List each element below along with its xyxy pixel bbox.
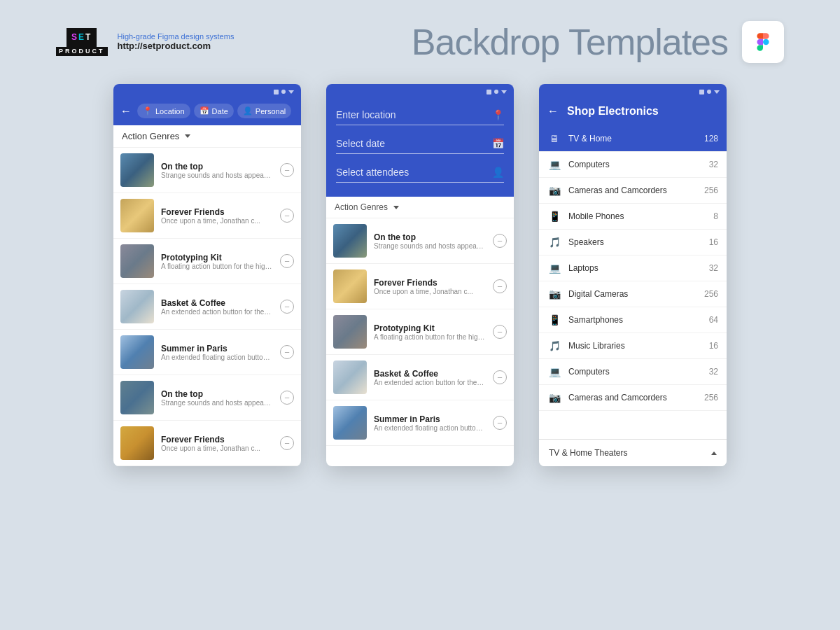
- phone2-filter[interactable]: Action Genres: [326, 197, 514, 218]
- page-title: Backdrop Templates: [412, 21, 728, 63]
- phone1-list: On the top Strange sounds and hosts appe…: [113, 148, 301, 466]
- status-icon-2: [494, 90, 498, 94]
- phone1-nav: ← 📍 Location 📅 Date 👤 Personal: [113, 99, 301, 125]
- cat-count: 32: [709, 160, 718, 169]
- item-info: On the top Strange sounds and hosts appe…: [161, 162, 273, 179]
- filter-label: Action Genres: [335, 202, 388, 212]
- remove-button[interactable]: −: [493, 416, 507, 430]
- item-title: Prototyping Kit: [161, 253, 273, 262]
- back-button-3[interactable]: ←: [547, 105, 559, 118]
- computer-icon: 💻: [547, 159, 561, 170]
- category-item-phones[interactable]: 📱 Mobile Phones 8: [539, 204, 727, 230]
- item-info: On the top Strange sounds and hosts appe…: [374, 232, 486, 250]
- item-thumb: [333, 315, 367, 349]
- nav-tab-personal[interactable]: 👤 Personal: [237, 104, 291, 118]
- remove-button[interactable]: −: [280, 254, 294, 268]
- cat-label: Cameras and Camcorders: [568, 393, 697, 402]
- item-desc: An extended action button for the highes…: [374, 379, 486, 386]
- cat-label: Mobile Phones: [568, 211, 706, 221]
- cat-label: TV & Home: [568, 134, 697, 144]
- nav-tab-date[interactable]: 📅 Date: [194, 104, 234, 118]
- filter-arrow-icon: [185, 134, 190, 138]
- category-item-speakers[interactable]: 🎵 Speakers 16: [539, 230, 727, 255]
- status-icon-2: [281, 90, 286, 94]
- item-title: On the top: [374, 232, 486, 242]
- item-info: Basket & Coffee An extended action butto…: [374, 369, 486, 386]
- brand-text: High-grade Figma design systems http://s…: [118, 32, 234, 51]
- phone3-footer[interactable]: TV & Home Theaters: [539, 439, 727, 466]
- category-item-digital-cameras[interactable]: 📷 Digital Cameras 256: [539, 281, 727, 307]
- location-field[interactable]: 📍: [336, 105, 504, 125]
- list-item[interactable]: On the top Strange sounds and hosts appe…: [113, 148, 301, 193]
- item-title: On the top: [161, 389, 273, 399]
- nav-tab-location[interactable]: 📍 Location: [137, 104, 190, 118]
- category-item-cameras[interactable]: 📷 Cameras and Camcorders 256: [539, 178, 727, 204]
- list-item[interactable]: Summer in Paris An extended floating act…: [326, 400, 514, 446]
- filter-label: Action Genres: [122, 131, 179, 141]
- item-title: Summer in Paris: [374, 414, 486, 424]
- item-desc: An extended floating action button for e…: [374, 424, 486, 432]
- cat-count: 256: [704, 393, 718, 402]
- person-icon: 👤: [492, 167, 504, 178]
- status-icon-3: [501, 90, 507, 94]
- status-icon-1: [486, 90, 491, 94]
- list-item[interactable]: Summer in Paris An extended floating act…: [113, 330, 301, 375]
- date-field[interactable]: 📅: [336, 134, 504, 154]
- category-item-cameras2[interactable]: 📷 Cameras and Camcorders 256: [539, 385, 727, 411]
- phone-screen-3: ← Shop Electronics 🖥 TV & Home 128 💻 Com…: [539, 84, 727, 466]
- category-item-computers2[interactable]: 💻 Computers 32: [539, 359, 727, 385]
- remove-button[interactable]: −: [280, 209, 294, 223]
- remove-button[interactable]: −: [280, 436, 294, 450]
- list-item[interactable]: Prototyping Kit A floating action button…: [113, 239, 301, 284]
- camera-icon: 📷: [547, 185, 561, 196]
- remove-button[interactable]: −: [493, 370, 507, 384]
- phone-icon: 📱: [547, 211, 561, 222]
- status-icon-1: [274, 90, 279, 94]
- attendees-field[interactable]: 👤: [336, 162, 504, 183]
- list-item[interactable]: Basket & Coffee An extended action butto…: [326, 355, 514, 400]
- list-item[interactable]: On the top Strange sounds and hosts appe…: [113, 375, 301, 421]
- back-button-1[interactable]: ←: [120, 105, 132, 118]
- list-item[interactable]: Forever Friends Once upon a time, Jonath…: [113, 193, 301, 239]
- cat-count: 128: [704, 134, 718, 144]
- remove-button[interactable]: −: [280, 391, 294, 405]
- attendees-input[interactable]: [336, 167, 492, 178]
- location-input[interactable]: [336, 109, 492, 120]
- date-input[interactable]: [336, 138, 492, 149]
- remove-button[interactable]: −: [493, 234, 507, 248]
- item-thumb: [120, 381, 154, 414]
- list-item[interactable]: Prototyping Kit A floating action button…: [326, 309, 514, 355]
- digital-camera-icon: 📷: [547, 288, 561, 300]
- remove-button[interactable]: −: [280, 163, 294, 177]
- list-item[interactable]: Basket & Coffee An extended action butto…: [113, 284, 301, 330]
- calendar-icon: 📅: [200, 106, 209, 115]
- list-item[interactable]: On the top Strange sounds and hosts appe…: [326, 218, 514, 264]
- status-icon-1: [699, 90, 704, 94]
- category-item-smartphones[interactable]: 📱 Samartphones 64: [539, 307, 727, 333]
- laptop-icon: 💻: [547, 262, 561, 274]
- category-item-music[interactable]: 🎵 Music Libraries 16: [539, 333, 727, 359]
- cat-count: 16: [709, 341, 718, 351]
- category-item-computers[interactable]: 💻 Computers 32: [539, 152, 727, 178]
- category-item-laptops[interactable]: 💻 Laptops 32: [539, 255, 727, 281]
- remove-button[interactable]: −: [493, 325, 507, 339]
- item-info: Forever Friends Once upon a time, Jonath…: [161, 435, 273, 452]
- cat-label: Digital Cameras: [568, 289, 697, 299]
- remove-button[interactable]: −: [493, 279, 507, 293]
- item-desc: Strange sounds and hosts appeared from s…: [161, 399, 273, 407]
- brand-url: http://setproduct.com: [118, 41, 234, 51]
- cat-count: 256: [704, 289, 718, 299]
- remove-button[interactable]: −: [280, 300, 294, 314]
- brand-tagline: High-grade Figma design systems: [118, 32, 234, 41]
- status-bar-2: [326, 84, 514, 99]
- phone1-filter[interactable]: Action Genres: [113, 125, 301, 148]
- list-item[interactable]: Forever Friends Once upon a time, Jonath…: [326, 264, 514, 309]
- chevron-up-icon: [711, 451, 717, 455]
- cat-label: Speakers: [568, 237, 702, 247]
- category-item-tv[interactable]: 🖥 TV & Home 128: [539, 126, 727, 152]
- item-thumb: [333, 360, 367, 394]
- remove-button[interactable]: −: [280, 345, 294, 359]
- item-title: Forever Friends: [161, 207, 273, 217]
- computer-icon: 💻: [547, 366, 561, 377]
- list-item[interactable]: Forever Friends Once upon a time, Jonath…: [113, 421, 301, 466]
